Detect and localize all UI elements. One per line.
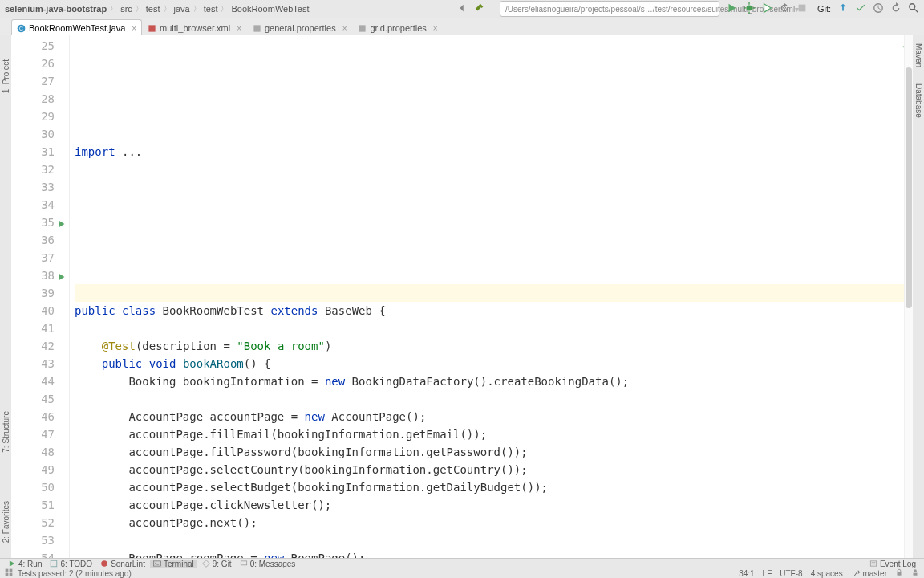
- right-tool-stripe: Maven Database: [912, 35, 924, 559]
- svg-text:C: C: [19, 26, 23, 31]
- tab-grid-properties[interactable]: grid.properties ×: [352, 19, 443, 36]
- terminal-icon: [153, 560, 161, 568]
- close-icon[interactable]: ×: [132, 24, 136, 33]
- svg-rect-14: [6, 569, 9, 572]
- vcs-label: Git:: [817, 4, 831, 14]
- svg-point-3: [910, 3, 915, 9]
- navigation-bar: selenium-java-bootstrap 〉 src 〉 test 〉 j…: [0, 0, 924, 18]
- tool-todo[interactable]: 6: TODO: [47, 560, 95, 568]
- debug-icon[interactable]: [744, 2, 755, 16]
- caret-position[interactable]: 34:1: [739, 569, 754, 578]
- line-separator[interactable]: LF: [763, 569, 772, 578]
- tab-label: BookRoomWebTest.java: [29, 23, 125, 33]
- tool-project[interactable]: 1: Project: [2, 59, 10, 93]
- svg-rect-11: [154, 561, 161, 566]
- svg-rect-6: [148, 25, 155, 31]
- svg-rect-9: [51, 560, 58, 567]
- tool-eventlog[interactable]: Event Log: [866, 560, 919, 568]
- vcs-history-icon[interactable]: [873, 2, 884, 16]
- file-encoding[interactable]: UTF-8: [780, 569, 802, 578]
- vcs-update-icon[interactable]: [837, 2, 849, 16]
- svg-rect-18: [898, 572, 902, 575]
- svg-rect-12: [241, 561, 247, 565]
- svg-rect-20: [914, 573, 918, 576]
- todo-icon: [50, 560, 58, 568]
- close-icon[interactable]: ×: [342, 24, 347, 33]
- coverage-icon[interactable]: [761, 2, 772, 16]
- svg-rect-15: [10, 569, 13, 572]
- eventlog-icon: [869, 560, 877, 568]
- tool-messages[interactable]: 0: Messages: [237, 560, 299, 568]
- tab-label: general.properties: [265, 23, 336, 33]
- messages-icon: [240, 560, 248, 568]
- svg-rect-13: [870, 561, 877, 566]
- svg-point-0: [746, 5, 752, 10]
- tab-bookroomwebtest[interactable]: C BookRoomWebTest.java ×: [11, 19, 142, 36]
- tool-terminal[interactable]: Terminal: [150, 560, 197, 568]
- crumb-test[interactable]: test: [144, 3, 162, 14]
- gutter-run-icon[interactable]: [56, 216, 66, 226]
- tab-label: multi_browser.xml: [160, 23, 230, 33]
- tool-sonarlint[interactable]: SonarLint: [97, 560, 148, 568]
- vcs-revert-icon[interactable]: [890, 2, 902, 16]
- left-tool-stripe: 1: Project 7: Structure 2: Favorites: [0, 35, 12, 559]
- tool-git[interactable]: 9: Git: [199, 560, 235, 568]
- refresh-icon[interactable]: [779, 2, 790, 16]
- git-branch[interactable]: ⎇ master: [851, 569, 887, 578]
- close-icon[interactable]: ×: [237, 24, 241, 33]
- tool-database[interactable]: Database: [914, 83, 923, 118]
- java-class-icon: C: [17, 24, 26, 33]
- svg-rect-1: [799, 4, 806, 11]
- bottom-tool-stripe: 4: Run 6: TODO SonarLint Terminal 9: Git…: [0, 558, 924, 568]
- tab-general-properties[interactable]: general.properties ×: [247, 19, 353, 36]
- gutter-run-icon[interactable]: [56, 269, 66, 279]
- crumb-java[interactable]: java: [172, 3, 192, 14]
- gutter: 2526272829303132333435363738394041424344…: [11, 35, 70, 559]
- xml-file-icon: [148, 24, 156, 33]
- crumb-project[interactable]: selenium-java-bootstrap: [3, 3, 108, 14]
- crumb-class[interactable]: BookRoomWebTest: [229, 3, 310, 14]
- crumb-src[interactable]: src: [119, 3, 134, 14]
- code-editor[interactable]: 2526272829303132333435363738394041424344…: [11, 35, 913, 559]
- breadcrumb: selenium-java-bootstrap 〉 src 〉 test 〉 j…: [3, 3, 310, 14]
- svg-point-10: [101, 560, 107, 567]
- scrollbar-thumb[interactable]: [906, 67, 912, 308]
- vcs-commit-icon[interactable]: [855, 2, 866, 16]
- crumb-test2[interactable]: test: [202, 3, 220, 14]
- code-area[interactable]: import ...public class BookRoomWebTest e…: [70, 35, 913, 559]
- run-icon[interactable]: [726, 2, 737, 16]
- properties-file-icon: [358, 24, 367, 33]
- search-icon[interactable]: [908, 2, 919, 16]
- tool-maven[interactable]: Maven: [914, 43, 923, 67]
- run-icon: [8, 560, 16, 568]
- status-bar: Tests passed: 2 (2 minutes ago) 34:1 LF …: [0, 568, 924, 578]
- hector-icon[interactable]: [911, 568, 919, 578]
- run-configuration-select[interactable]: /Users/eliasnogueira/projects/pessoal/s……: [500, 1, 719, 17]
- svg-point-19: [914, 569, 917, 572]
- lock-icon[interactable]: [895, 568, 903, 578]
- editor-tabs: C BookRoomWebTest.java × multi_browser.x…: [0, 18, 924, 37]
- tool-run[interactable]: 4: Run: [5, 560, 45, 568]
- svg-rect-7: [253, 25, 260, 31]
- status-message: Tests passed: 2 (2 minutes ago): [18, 569, 132, 578]
- properties-file-icon: [253, 24, 261, 33]
- tool-windows-button[interactable]: [5, 568, 13, 578]
- tab-label: grid.properties: [370, 23, 426, 33]
- indent-settings[interactable]: 4 spaces: [811, 569, 843, 578]
- close-icon[interactable]: ×: [433, 24, 438, 33]
- tab-multi-browser[interactable]: multi_browser.xml ×: [142, 19, 247, 36]
- tool-structure[interactable]: 7: Structure: [2, 411, 10, 453]
- scrollbar-track[interactable]: [904, 35, 913, 559]
- sonarlint-icon: [100, 560, 108, 568]
- svg-rect-17: [10, 573, 13, 576]
- svg-rect-16: [6, 573, 9, 576]
- back-nav-icon[interactable]: [456, 2, 468, 16]
- hammer-icon[interactable]: [474, 2, 485, 16]
- git-icon: [202, 560, 210, 568]
- tool-favorites[interactable]: 2: Favorites: [2, 501, 10, 543]
- svg-rect-8: [359, 25, 366, 31]
- stop-icon[interactable]: [796, 2, 808, 16]
